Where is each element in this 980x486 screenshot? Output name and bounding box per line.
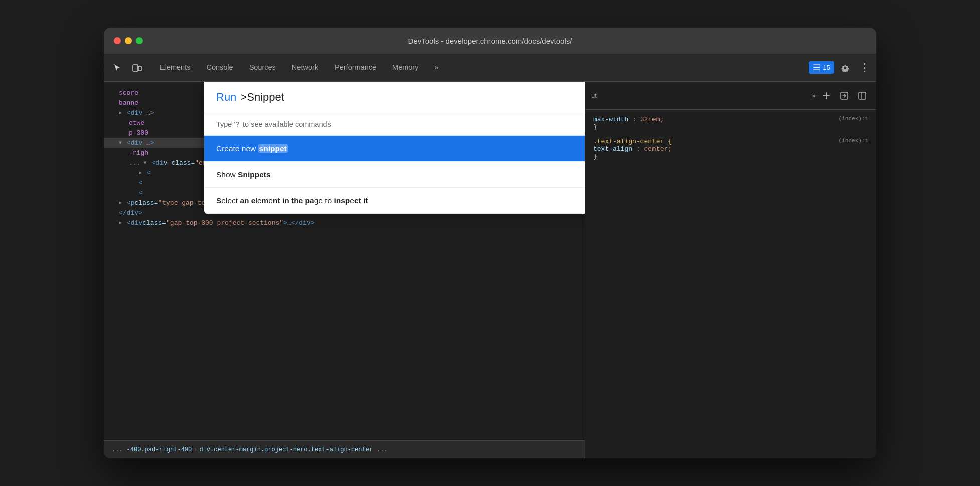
tab-more[interactable]: » (426, 54, 446, 81)
cmd-item-text-show: Show Snippets (216, 170, 585, 179)
cmd-item-show-snippets[interactable]: Show Snippets Sources (204, 162, 585, 188)
elements-panel: Run >Snippet Type '?' to see available c… (104, 82, 585, 458)
breadcrumb-dots-start[interactable]: ... (112, 446, 123, 453)
styles-panel-icons: » (812, 88, 870, 104)
breadcrumb-dots-end[interactable]: ... (377, 446, 388, 453)
command-input-row: Run >Snippet (204, 82, 585, 113)
close-button[interactable] (114, 37, 121, 44)
styles-panel: ut » (585, 82, 876, 458)
snippet-highlight: snippet (258, 144, 288, 153)
triangle-di[interactable] (143, 160, 151, 166)
dock-button[interactable] (854, 88, 870, 104)
style-prop-text-align: text-align (593, 145, 632, 153)
tab-bar: Elements Console Sources Network Perform… (104, 54, 876, 82)
command-palette: Run >Snippet Type '?' to see available c… (204, 82, 585, 214)
svg-rect-3 (859, 92, 866, 99)
styles-header-text: ut (591, 92, 597, 99)
style-val-text-align: center; (644, 145, 672, 153)
triangle-div-selected[interactable] (119, 140, 127, 146)
style-rule-max-width: (index):1 max-width : 32rem; } (593, 116, 868, 131)
snippets-bold: Snippets (238, 170, 270, 179)
settings-button[interactable] (837, 60, 853, 76)
traffic-lights (114, 37, 143, 44)
run-label: Run (216, 91, 236, 104)
cmd-item-create-snippet[interactable]: Create new snippet Sources (204, 136, 585, 162)
refresh-style-button[interactable] (836, 88, 852, 104)
device-toggle-button[interactable] (128, 59, 146, 77)
breadcrumb-bar: ... -400.pad-right-400 › div.center-marg… (104, 440, 585, 458)
tabbar-right-controls: ☰ 15 ⋮ (809, 54, 872, 81)
cmd-item-text-create: Create new snippet (216, 144, 585, 153)
code-text-score: score (119, 89, 138, 97)
cmd-item-text-select: Select an element in the page to inspect… (216, 196, 585, 205)
style-source-1: (index):1 (839, 116, 868, 122)
styles-panel-header: ut » (585, 82, 876, 110)
breadcrumb-item-1[interactable]: -400.pad-right-400 (127, 446, 192, 453)
triangle-div1[interactable] (119, 110, 127, 116)
tab-elements[interactable]: Elements (152, 54, 198, 81)
tab-console[interactable]: Console (198, 54, 241, 81)
tabbar-icons (108, 54, 152, 81)
triangle-div-gap[interactable] (119, 220, 127, 226)
style-prop-maxwidth: max-width (593, 116, 628, 123)
add-style-rule-button[interactable] (818, 88, 834, 104)
cursor-icon-button[interactable] (108, 59, 126, 77)
more-options-button[interactable]: ⋮ (856, 60, 872, 76)
minimize-button[interactable] (125, 37, 132, 44)
style-selector-text-align: .text-align-center { (593, 138, 672, 145)
more-vert-icon: ⋮ (859, 61, 869, 74)
drawer-badge[interactable]: ☰ 15 (809, 61, 834, 74)
main-area: Run >Snippet Type '?' to see available c… (104, 82, 876, 458)
tab-performance[interactable]: Performance (326, 54, 384, 81)
window-title: DevTools - developer.chrome.com/docs/dev… (408, 37, 572, 45)
svg-rect-0 (133, 65, 138, 71)
triangle-child1[interactable] (139, 170, 147, 176)
cmd-item-select-element[interactable]: Select an element in the page to inspect… (204, 188, 585, 214)
devtools-panel: Elements Console Sources Network Perform… (104, 54, 876, 458)
more-panels[interactable]: » (812, 92, 816, 99)
command-hint: Type '?' to see available commands (204, 113, 585, 136)
style-rule-text-align: (index):1 .text-align-center { text-alig… (593, 138, 868, 160)
maximize-button[interactable] (136, 37, 143, 44)
badge-icon: ☰ (813, 63, 820, 72)
titlebar: DevTools - developer.chrome.com/docs/dev… (104, 28, 876, 54)
tab-network[interactable]: Network (284, 54, 326, 81)
command-input[interactable]: >Snippet (240, 91, 585, 104)
style-val-maxwidth: 32rem; (640, 116, 664, 123)
styles-content: (index):1 max-width : 32rem; } (index):1 (585, 110, 876, 458)
tab-sources[interactable]: Sources (241, 54, 284, 81)
breadcrumb-item-2[interactable]: div.center-margin.project-hero.text-alig… (199, 446, 373, 453)
badge-count: 15 (823, 64, 830, 71)
tab-memory[interactable]: Memory (384, 54, 426, 81)
triangle-p[interactable] (119, 200, 127, 206)
style-source-2: (index):1 (839, 138, 868, 144)
code-line-div-gap: <div class= "gap-top-800 project-section… (104, 218, 585, 228)
devtools-window: DevTools - developer.chrome.com/docs/dev… (104, 28, 876, 458)
svg-rect-1 (138, 66, 141, 71)
